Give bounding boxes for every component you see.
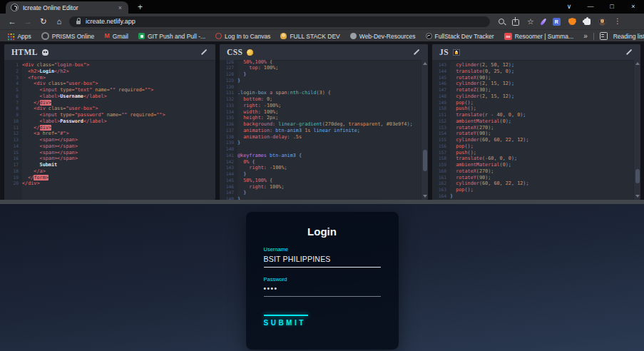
css-scrollbar[interactable] [421, 60, 428, 200]
window-close-button[interactable]: × [623, 0, 644, 14]
js-code-area[interactable]: 143 cylinder(2, 50, 12);144 translate(0,… [432, 60, 640, 200]
window-chevron-icon[interactable]: ∨ [558, 0, 580, 14]
redring-favicon-icon [215, 33, 222, 39]
line-number: 154 [432, 131, 450, 137]
scroll-up-arrow-icon[interactable] [423, 62, 427, 65]
code-line: 17 Submit [4, 162, 215, 168]
code-line: 18 </a> [4, 168, 215, 175]
scroll-down-arrow-icon[interactable] [635, 195, 640, 198]
reading-list-icon [600, 32, 608, 40]
bookmark-item[interactable]: ooResoomer | Summa... [504, 33, 574, 40]
reload-button[interactable]: ↻ [36, 14, 51, 29]
css-code-area[interactable]: 126 50%,100% {127 top: 100%;128 }129}130… [220, 60, 428, 200]
line-number: 139 [220, 140, 237, 146]
code-line: 128 } [220, 71, 428, 78]
bookmark-label: GIT Push and Pull -... [148, 33, 205, 40]
new-tab-button[interactable]: + [138, 2, 143, 12]
address-url[interactable]: icreate.netlify.app [86, 18, 136, 25]
home-button[interactable]: ⌂ [51, 14, 67, 29]
js-scrollbar[interactable] [633, 60, 640, 200]
line-number: 162 [432, 180, 450, 187]
bookmark-item[interactable]: Web-Dev-Resources [350, 33, 416, 40]
browser-menu-icon[interactable]: ⋮ [614, 18, 621, 25]
bookmarks-right: » Reading list [583, 32, 644, 40]
line-number: 126 [220, 60, 237, 65]
code-line: 14 <span></span> [4, 143, 215, 150]
metamask-fox-icon[interactable] [568, 18, 576, 25]
line-number: 134 [220, 109, 237, 116]
css-scrollbar-thumb[interactable] [423, 150, 427, 171]
tab-close-icon[interactable]: × [117, 4, 123, 11]
js-edit-pencil-icon[interactable] [625, 48, 633, 56]
line-number: 132 [220, 96, 237, 103]
code-line: 15 <span></span> [4, 150, 215, 156]
line-number: 11 [4, 125, 22, 131]
bookmark-item[interactable]: MGmail [104, 33, 128, 40]
line-number: 17 [4, 162, 22, 168]
code-line: 161 rotateY(90); [432, 175, 640, 181]
line-number: 146 [432, 81, 450, 87]
preview-area: Login Username BSIT PHILIPPINES Password… [0, 204, 644, 351]
scroll-up-arrow-icon[interactable] [635, 62, 640, 65]
bookmarks-separator [593, 33, 594, 40]
html-edit-pencil-icon[interactable] [200, 48, 208, 56]
username-field[interactable]: BSIT PHILIPPINES [264, 255, 381, 263]
js-panel-header: JS [432, 44, 640, 61]
code-line: 163 pop(); [432, 187, 640, 193]
code-line: 147 } [220, 190, 428, 196]
code-line: 144 } [220, 171, 428, 178]
css-panel: CSS 126 50%,100% {127 top: 100%;128 }129… [220, 44, 428, 200]
search-icon[interactable] [499, 19, 504, 24]
bookmark-item[interactable]: Apps [8, 33, 31, 40]
window-minimize-button[interactable]: — [580, 0, 601, 14]
bookmark-star-icon[interactable]: ☆ [527, 18, 534, 25]
code-line: 19 </form> [4, 175, 215, 181]
bookmark-item[interactable]: FULL STACK DEV [280, 33, 339, 40]
js-scrollbar-thumb[interactable] [635, 169, 640, 183]
username-underline [264, 267, 381, 268]
forward-button: → [20, 14, 36, 29]
r-extension-icon[interactable]: R [553, 18, 561, 26]
darkglobe-favicon-icon [426, 33, 432, 39]
code-line: 148 cylinder(2, 15, 12); [432, 93, 640, 100]
code-line: 12 <a href="#"> [4, 131, 215, 137]
code-line: 150 push(); [432, 106, 640, 112]
extensions-puzzle-icon[interactable] [584, 19, 591, 25]
code-line: 6 <label>Username</label> [4, 93, 215, 100]
submit-button[interactable]: SUBMIT [264, 315, 381, 327]
css-edit-pencil-icon[interactable] [412, 48, 421, 56]
grid-favicon-icon [8, 34, 9, 35]
bookmark-item[interactable]: PRISMS Online [41, 32, 95, 40]
tab-favicon-icon [11, 4, 19, 11]
share-icon[interactable] [512, 19, 519, 26]
address-bar[interactable]: icreate.netlify.app [69, 16, 490, 27]
password-field[interactable]: •••• [264, 285, 381, 292]
line-number: 156 [432, 143, 450, 150]
bookmark-item[interactable]: Log In to Canvas [215, 33, 270, 40]
browser-tab[interactable]: Icreate Online Editor × [6, 1, 128, 14]
lock-icon [76, 21, 81, 24]
reading-list-button[interactable]: Reading list [613, 33, 644, 40]
line-number: 14 [4, 143, 22, 150]
scroll-down-arrow-icon[interactable] [423, 195, 427, 198]
line-number: 145 [432, 75, 450, 81]
html-panel-title: HTML [11, 48, 38, 56]
code-line: 16 <span></span> [4, 156, 215, 162]
bookmark-label: Web-Dev-Resources [359, 33, 416, 40]
bookmark-item[interactable]: FullStack Dev Tracker [426, 33, 494, 40]
code-line: 157 push(); [432, 150, 640, 156]
window-maximize-button[interactable]: □ [601, 0, 623, 14]
line-number: 147 [432, 87, 450, 93]
profile-avatar[interactable] [598, 18, 606, 26]
code-line: 151 translate(r - 40, 0, 0); [432, 112, 640, 118]
line-number: 7 [4, 100, 22, 106]
feather-extension-icon[interactable] [540, 17, 547, 25]
line-number: 159 [432, 162, 450, 168]
html-code-area[interactable]: 1<div class="login-box">2 <h2>Login</h2>… [4, 60, 215, 200]
code-line: 144 translate(0, 25, 0); [432, 68, 640, 75]
bookmarks-overflow-icon[interactable]: » [583, 32, 588, 40]
line-number: 138 [220, 134, 237, 141]
back-button[interactable]: ← [4, 14, 20, 29]
line-number: 129 [220, 78, 237, 84]
bookmark-item[interactable]: GIT Push and Pull -... [138, 33, 205, 40]
